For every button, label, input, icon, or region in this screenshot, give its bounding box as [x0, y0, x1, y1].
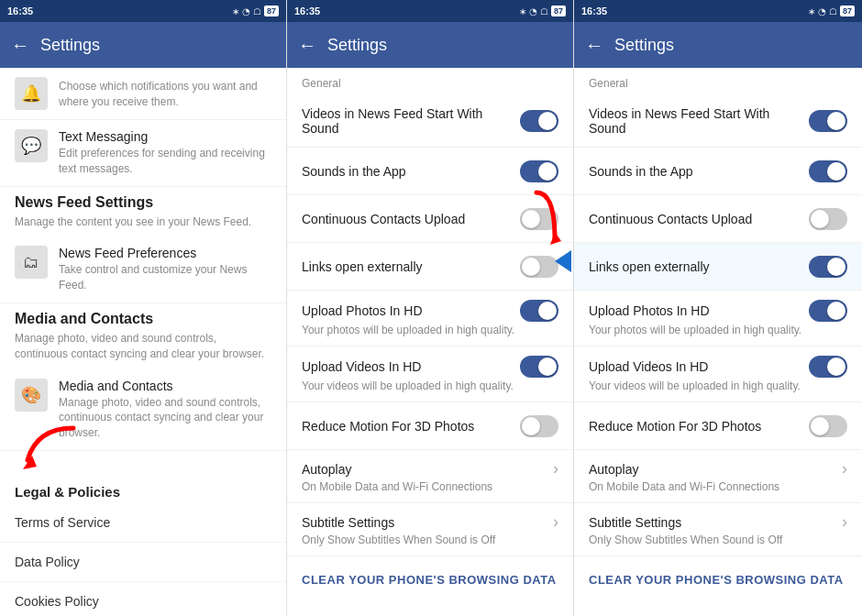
setting-label-vid-hd-2: Upload Videos In HD	[302, 359, 520, 374]
media-contacts-section: Media and Contacts Manage photo, video a…	[0, 303, 286, 369]
wifi-icon-2: ◔	[529, 6, 537, 16]
setting-label-autoplay-2: Autoplay	[302, 462, 553, 477]
vid-hd-row-main-2: Upload Videos In HD	[302, 356, 558, 378]
setting-row-sounds-2: Sounds in the App	[287, 148, 573, 195]
toggle-vid-hd-2[interactable]	[520, 356, 558, 378]
page-title-1: Settings	[40, 36, 100, 55]
page-title-3: Settings	[614, 36, 674, 55]
news-feed-prefs-item[interactable]: 🗂 News Feed Preferences Take control and…	[0, 236, 286, 303]
header-3: ← Settings	[574, 22, 862, 68]
chevron-right-subtitle-2: ›	[553, 512, 558, 532]
photos-row-main-3: Upload Photos In HD	[589, 300, 847, 322]
clear-btn-2[interactable]: CLEAR YOUR PHONE'S BROWSING DATA	[287, 556, 573, 602]
media-contacts-item[interactable]: 🎨 Media and Contacts Manage photo, video…	[0, 369, 286, 451]
back-button-3[interactable]: ←	[585, 35, 603, 56]
status-icons-3: ∗ ◔ ☖ 87	[808, 6, 855, 16]
toggle-videos-2[interactable]	[520, 110, 558, 132]
toggle-photos-2[interactable]	[520, 300, 558, 322]
cookies-item[interactable]: Cookies Policy	[0, 582, 286, 616]
data-policy-label: Data Policy	[15, 555, 80, 569]
time-1: 16:35	[7, 6, 33, 16]
setting-sub-photos-3: Your photos will be uploaded in high qua…	[589, 324, 801, 336]
setting-label-sounds-3: Sounds in the App	[589, 164, 809, 179]
text-messaging-icon: 💬	[15, 129, 48, 162]
notifications-text: Choose which notifications you want and …	[59, 77, 271, 110]
toggle-contacts-3[interactable]	[809, 208, 847, 230]
media-contacts-title: Media and Contacts	[15, 311, 271, 327]
news-feed-section: News Feed Settings Manage the content yo…	[0, 187, 286, 237]
data-policy-item[interactable]: Data Policy	[0, 543, 286, 582]
back-button-2[interactable]: ←	[298, 35, 316, 56]
text-messaging-title: Text Messaging	[59, 129, 271, 144]
terms-label: Terms of Service	[15, 515, 110, 530]
chevron-right-autoplay-2: ›	[553, 459, 558, 478]
setting-label-videos-2: Videos in News Feed Start With Sound	[302, 106, 520, 136]
toggle-vid-hd-3[interactable]	[809, 356, 847, 378]
toggle-motion-3[interactable]	[809, 415, 847, 437]
toggle-photos-3[interactable]	[809, 300, 847, 322]
text-messaging-item[interactable]: 💬 Text Messaging Edit preferences for se…	[0, 120, 286, 187]
setting-sub-photos-2: Your photos will be uploaded in high qua…	[302, 324, 514, 336]
signal-icon-3: ☖	[829, 6, 837, 16]
legal-title: Legal & Policies	[15, 484, 271, 500]
panel-middle: 16:35 ∗ ◔ ☖ 87 ← Settings General Videos…	[287, 0, 574, 616]
clear-btn-3[interactable]: CLEAR YOUR PHONE'S BROWSING DATA	[574, 556, 862, 602]
setting-sub-autoplay-3: On Mobile Data and Wi-Fi Connections	[589, 480, 779, 493]
subtitle-row-main-3: Subtitle Settings ›	[589, 512, 847, 532]
bluetooth-icon: ∗	[232, 6, 239, 16]
setting-row-motion-3: Reduce Motion For 3D Photos	[574, 402, 862, 450]
back-button-1[interactable]: ←	[11, 35, 29, 56]
setting-row-autoplay-2[interactable]: Autoplay › On Mobile Data and Wi-Fi Conn…	[287, 450, 573, 503]
clear-btn-label-3: CLEAR YOUR PHONE'S BROWSING DATA	[589, 573, 844, 587]
toggle-links-3[interactable]	[809, 256, 847, 278]
setting-row-photos-3: Upload Photos In HD Your photos will be …	[574, 291, 862, 346]
media-contacts-item-title: Media and Contacts	[59, 379, 271, 393]
status-icons-1: ∗ ◔ ☖ 87	[232, 6, 279, 16]
battery-level-1: 87	[264, 6, 279, 16]
header-1: ← Settings	[0, 22, 286, 68]
setting-row-contacts-3: Continuous Contacts Upload	[574, 195, 862, 243]
toggle-motion-2[interactable]	[520, 415, 558, 437]
media-contacts-item-text: Media and Contacts Manage photo, video a…	[59, 379, 271, 441]
time-2: 16:35	[294, 6, 320, 16]
toggle-sounds-2[interactable]	[520, 160, 558, 182]
setting-label-sounds-2: Sounds in the App	[302, 164, 520, 179]
svg-marker-0	[23, 456, 37, 469]
subtitle-row-main-2: Subtitle Settings ›	[302, 512, 558, 532]
terms-item[interactable]: Terms of Service	[0, 503, 286, 543]
setting-label-videos-3: Videos in News Feed Start With Sound	[589, 106, 809, 136]
setting-label-contacts-2: Continuous Contacts Upload	[302, 212, 520, 226]
setting-row-subtitle-2[interactable]: Subtitle Settings › Only Show Subtitles …	[287, 503, 573, 556]
media-contacts-item-desc: Manage photo, video and sound controls, …	[59, 395, 271, 441]
setting-label-subtitle-3: Subtitle Settings	[589, 515, 842, 530]
cookies-label: Cookies Policy	[15, 594, 99, 609]
legal-section: Legal & Policies	[0, 469, 286, 503]
autoplay-row-main-3: Autoplay ›	[589, 459, 847, 478]
content-2: General Videos in News Feed Start With S…	[287, 68, 573, 616]
toggle-videos-3[interactable]	[809, 110, 847, 132]
toggle-sounds-3[interactable]	[809, 160, 847, 182]
setting-row-subtitle-3[interactable]: Subtitle Settings › Only Show Subtitles …	[574, 503, 862, 556]
setting-row-links-2: Links open externally	[287, 243, 573, 291]
setting-row-sounds-3: Sounds in the App	[574, 148, 862, 195]
photos-row-main-2: Upload Photos In HD	[302, 300, 558, 322]
setting-label-motion-3: Reduce Motion For 3D Photos	[589, 419, 809, 434]
panel-left: 16:35 ∗ ◔ ☖ 87 ← Settings 🔔 Choose which…	[0, 0, 287, 616]
setting-label-contacts-3: Continuous Contacts Upload	[589, 212, 809, 226]
setting-row-autoplay-3[interactable]: Autoplay › On Mobile Data and Wi-Fi Conn…	[574, 450, 862, 503]
vid-hd-row-main-3: Upload Videos In HD	[589, 356, 847, 378]
notifications-icon: 🔔	[15, 77, 48, 110]
wifi-icon-3: ◔	[818, 6, 826, 16]
header-2: ← Settings	[287, 22, 573, 68]
content-3: General Videos in News Feed Start With S…	[574, 68, 862, 616]
signal-icon-2: ☖	[540, 6, 548, 16]
section-label-2: General	[287, 68, 573, 95]
toggle-links-2[interactable]	[520, 256, 558, 278]
toggle-contacts-2[interactable]	[520, 208, 558, 230]
text-messaging-desc: Edit preferences for sending and receivi…	[59, 146, 271, 177]
media-contacts-desc: Manage photo, video and sound controls, …	[15, 331, 271, 362]
clear-btn-label-2: CLEAR YOUR PHONE'S BROWSING DATA	[302, 573, 557, 587]
setting-label-photos-3: Upload Photos In HD	[589, 303, 809, 318]
setting-sub-subtitle-2: Only Show Subtitles When Sound is Off	[302, 534, 495, 546]
panel-right: 16:35 ∗ ◔ ☖ 87 ← Settings General Videos…	[574, 0, 862, 616]
